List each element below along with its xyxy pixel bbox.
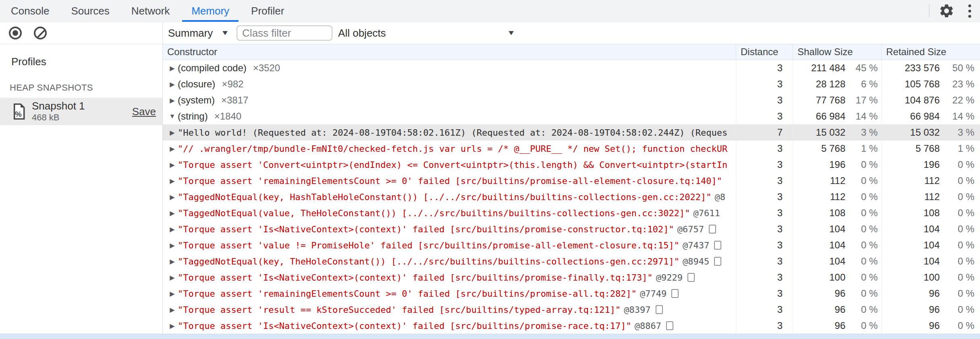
save-snapshot-link[interactable]: Save	[132, 105, 156, 118]
tab-profiler[interactable]: Profiler	[240, 0, 295, 22]
disclosure-triangle-icon[interactable]: ▶	[167, 97, 178, 104]
table-row[interactable]: ▶ "Torque assert 'result == kStoreSucced…	[163, 302, 980, 318]
reveal-object-icon[interactable]	[714, 241, 721, 250]
table-row[interactable]: ▶ "TaggedNotEqual(key, HashTableHoleCons…	[163, 189, 980, 205]
disclosure-triangle-icon[interactable]: ▶	[167, 306, 178, 314]
distance-value: 3	[777, 304, 783, 315]
constructor-cell[interactable]: ▶ "// .wrangler/tmp/bundle-FmNIt0/checke…	[163, 141, 736, 157]
distance-value: 3	[777, 143, 783, 154]
constructor-name: "TaggedNotEqual(value, TheHoleConstant()…	[178, 208, 690, 218]
shallow-size-value: 96	[793, 320, 845, 331]
column-header-distance[interactable]: Distance	[736, 44, 793, 60]
shallow-size-percent: 0 %	[845, 320, 878, 331]
class-filter-input[interactable]	[237, 25, 332, 41]
constructor-cell[interactable]: ▶ "Torque assert 'result == kStoreSucced…	[163, 302, 736, 318]
column-header-constructor[interactable]: Constructor	[163, 44, 736, 60]
disclosure-triangle-icon[interactable]: ▶	[167, 225, 178, 233]
disclosure-triangle-icon[interactable]: ▶	[167, 145, 178, 153]
distance-cell: 3	[736, 173, 793, 189]
disclosure-triangle-icon[interactable]: ▶	[167, 81, 178, 88]
object-id: @9229	[656, 273, 683, 283]
tab-memory[interactable]: Memory	[181, 0, 240, 22]
table-row[interactable]: ▶ "TaggedNotEqual(key, TheHoleConstant()…	[163, 253, 980, 269]
disclosure-triangle-icon[interactable]: ▶	[167, 258, 178, 265]
disclosure-triangle-icon[interactable]: ▶	[167, 290, 178, 298]
distance-cell: 3	[736, 318, 793, 334]
more-options-kebab-icon[interactable]	[965, 3, 974, 19]
constructor-cell[interactable]: ▶ "TaggedNotEqual(key, HashTableHoleCons…	[163, 189, 736, 205]
sidebar-item-snapshot-1[interactable]: % Snapshot 1 468 kB Save	[0, 98, 162, 125]
tab-network[interactable]: Network	[120, 0, 181, 22]
settings-gear-icon[interactable]	[938, 3, 955, 19]
table-row[interactable]: ▶ "Torque assert 'Convert<uintptr>(endIn…	[163, 157, 980, 173]
retained-size-percent: 0 %	[940, 191, 974, 203]
constructor-cell[interactable]: ▶ "Torque assert 'remainingElementsCount…	[163, 173, 736, 189]
table-row[interactable]: ▶ "Torque assert 'Is<NativeContext>(cont…	[163, 318, 980, 334]
objects-filter-select[interactable]: All objects ▼	[338, 27, 515, 39]
reveal-object-icon[interactable]	[714, 257, 721, 266]
constructor-cell[interactable]: ▶ "TaggedNotEqual(key, TheHoleConstant()…	[163, 253, 736, 269]
constructor-cell[interactable]: ▶ (compiled code) ×3520	[163, 60, 736, 76]
shallow-size-cell: 104 0 %	[793, 237, 881, 253]
constructor-cell[interactable]: ▶ "TaggedNotEqual(value, TheHoleConstant…	[163, 205, 736, 221]
shallow-size-percent: 0 %	[845, 207, 878, 219]
heap-snapshot-data-grid: Constructor Distance Shallow Size Retain…	[163, 44, 980, 339]
table-row[interactable]: ▶ "Torque assert 'Is<NativeContext>(cont…	[163, 269, 980, 285]
table-row[interactable]: ▶ (compiled code) ×3520 3 211 484 45 % 2…	[163, 60, 980, 76]
tab-sources[interactable]: Sources	[60, 0, 120, 22]
table-row[interactable]: ▶ (system) ×3817 3 77 768 17 % 104 876 2…	[163, 92, 980, 108]
shallow-size-percent: 6 %	[845, 79, 878, 90]
table-row[interactable]: ▶ "Torque assert 'remainingElementsCount…	[163, 173, 980, 189]
shallow-size-cell: 100 0 %	[793, 269, 881, 285]
distance-cell: 3	[736, 189, 793, 205]
shallow-size-cell: 66 984 14 %	[793, 108, 881, 124]
shallow-size-value: 96	[793, 288, 845, 299]
record-heap-snapshot-icon[interactable]	[9, 27, 22, 39]
shallow-size-value: 104	[793, 256, 845, 267]
constructor-cell[interactable]: ▶ "Torque assert 'Convert<uintptr>(endIn…	[163, 157, 736, 173]
constructor-cell[interactable]: ▶ "Torque assert 'Is<NativeContext>(cont…	[163, 318, 736, 334]
column-header-shallow-size[interactable]: Shallow Size	[793, 44, 881, 60]
perspective-select[interactable]: Summary ▼	[168, 27, 228, 39]
constructor-cell[interactable]: ▶ "Torque assert 'remainingElementsCount…	[163, 285, 736, 302]
constructor-cell[interactable]: ▶ "Torque assert 'value != PromiseHole' …	[163, 237, 736, 253]
constructor-cell[interactable]: ▼ (string) ×1840	[163, 108, 736, 124]
disclosure-triangle-icon[interactable]: ▶	[167, 129, 178, 136]
disclosure-triangle-icon[interactable]: ▶	[167, 242, 178, 249]
disclosure-triangle-icon[interactable]: ▼	[167, 113, 178, 120]
table-row[interactable]: ▶ "Hello world! (Requested at: 2024-08-1…	[163, 124, 980, 141]
retained-size-percent: 0 %	[940, 175, 974, 186]
disclosure-triangle-icon[interactable]: ▶	[167, 322, 178, 330]
table-row[interactable]: ▶ "Torque assert 'Is<NativeContext>(cont…	[163, 221, 980, 237]
reveal-object-icon[interactable]	[656, 305, 663, 314]
disclosure-triangle-icon[interactable]: ▶	[167, 161, 178, 169]
table-row[interactable]: ▶ "TaggedNotEqual(value, TheHoleConstant…	[163, 205, 980, 221]
table-row[interactable]: ▶ "Torque assert 'remainingElementsCount…	[163, 285, 980, 302]
table-row[interactable]: ▼ (string) ×1840 3 66 984 14 % 66 984 14…	[163, 108, 980, 124]
disclosure-triangle-icon[interactable]: ▶	[167, 177, 178, 185]
shallow-size-cell: 108 0 %	[793, 205, 881, 221]
disclosure-triangle-icon[interactable]: ▶	[167, 193, 178, 201]
clear-profiles-icon[interactable]	[34, 27, 47, 39]
shallow-size-value: 196	[793, 159, 845, 170]
constructor-cell[interactable]: ▶ (closure) ×982	[163, 76, 736, 92]
shallow-size-cell: 211 484 45 %	[793, 60, 881, 76]
disclosure-triangle-icon[interactable]: ▶	[167, 274, 178, 281]
disclosure-triangle-icon[interactable]: ▶	[167, 64, 178, 72]
tab-console[interactable]: Console	[0, 0, 60, 22]
constructor-name: "TaggedNotEqual(key, HashTableHoleConsta…	[178, 192, 712, 202]
constructor-name: "// .wrangler/tmp/bundle-FmNIt0/checked-…	[178, 144, 727, 154]
reveal-object-icon[interactable]	[687, 273, 695, 282]
constructor-cell[interactable]: ▶ "Hello world! (Requested at: 2024-08-1…	[163, 124, 736, 141]
reveal-object-icon[interactable]	[671, 289, 679, 298]
column-header-retained-size[interactable]: Retained Size	[881, 44, 980, 60]
table-row[interactable]: ▶ "Torque assert 'value != PromiseHole' …	[163, 237, 980, 253]
reveal-object-icon[interactable]	[666, 321, 673, 330]
constructor-cell[interactable]: ▶ "Torque assert 'Is<NativeContext>(cont…	[163, 269, 736, 285]
constructor-cell[interactable]: ▶ (system) ×3817	[163, 92, 736, 108]
constructor-cell[interactable]: ▶ "Torque assert 'Is<NativeContext>(cont…	[163, 221, 736, 237]
reveal-object-icon[interactable]	[709, 225, 716, 234]
table-row[interactable]: ▶ (closure) ×982 3 28 128 6 % 105 768 23…	[163, 76, 980, 92]
table-row[interactable]: ▶ "// .wrangler/tmp/bundle-FmNIt0/checke…	[163, 141, 980, 157]
disclosure-triangle-icon[interactable]: ▶	[167, 209, 178, 217]
